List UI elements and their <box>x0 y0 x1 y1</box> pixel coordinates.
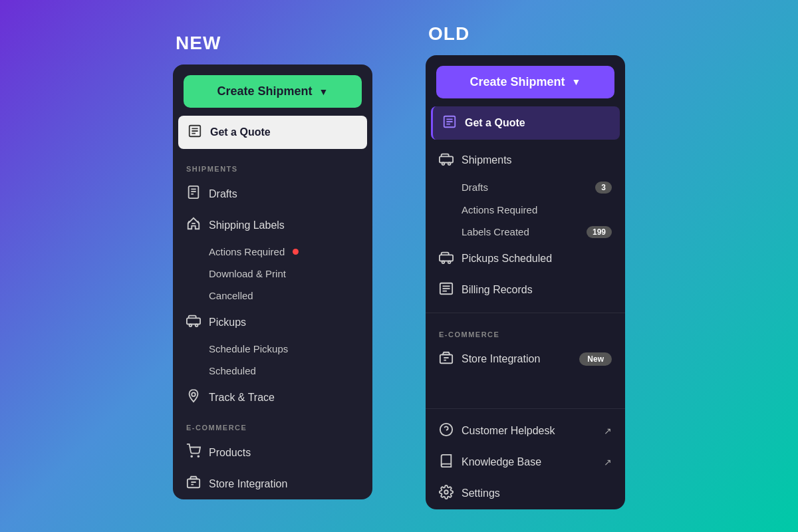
new-store-integration-item[interactable]: Store Integration <box>173 468 372 499</box>
old-settings-icon <box>439 485 454 503</box>
svg-rect-31 <box>440 354 452 363</box>
old-billing-icon <box>439 281 454 299</box>
old-create-shipment-button[interactable]: Create Shipment ▼ <box>436 66 614 98</box>
old-settings-item[interactable]: Settings <box>426 478 625 509</box>
new-drafts-label: Drafts <box>209 188 359 200</box>
new-products-item[interactable]: Products <box>173 437 372 468</box>
new-create-btn-label: Create Shipment <box>217 84 313 98</box>
track-trace-icon <box>186 388 201 406</box>
new-schedule-pickups-label: Schedule Pickups <box>209 343 288 354</box>
old-get-quote-label: Get a Quote <box>465 117 525 129</box>
store-integration-icon <box>186 475 201 493</box>
old-pickups-scheduled-label: Pickups Scheduled <box>462 253 612 265</box>
old-labels-created-item[interactable]: Labels Created 199 <box>426 221 625 243</box>
old-label: OLD <box>426 23 469 45</box>
red-dot-indicator <box>293 249 299 255</box>
new-label: NEW <box>173 33 221 54</box>
divider-1 <box>426 313 625 313</box>
new-pickups-item[interactable]: Pickups <box>173 307 372 338</box>
svg-point-10 <box>196 325 198 327</box>
old-labels-created-badge: 199 <box>587 226 612 238</box>
old-store-icon <box>439 350 454 368</box>
pickups-icon <box>186 313 201 331</box>
new-actions-required-item[interactable]: Actions Required <box>173 241 372 263</box>
old-billing-records-item[interactable]: Billing Records <box>426 275 625 306</box>
svg-rect-14 <box>188 479 200 487</box>
old-get-quote-item[interactable]: Get a Quote <box>431 106 620 140</box>
new-track-trace-item[interactable]: Track & Trace <box>173 382 372 413</box>
svg-point-25 <box>442 261 445 263</box>
new-products-label: Products <box>209 447 359 459</box>
old-helpdesk-label: Customer Helpdesk <box>462 425 555 437</box>
external-link-icon-kb: ↗ <box>604 457 612 467</box>
new-shipping-labels-label: Shipping Labels <box>209 219 359 231</box>
new-store-integration-label: Store Integration <box>209 478 359 490</box>
new-create-shipment-button[interactable]: Create Shipment ▼ <box>184 75 362 108</box>
new-schedule-pickups-item[interactable]: Schedule Pickups <box>173 338 372 360</box>
svg-point-9 <box>190 325 192 327</box>
new-download-print-item[interactable]: Download & Print <box>173 263 372 285</box>
external-link-icon-helpdesk: ↗ <box>604 426 612 436</box>
old-chevron-down-icon: ▼ <box>572 76 581 87</box>
old-ecommerce-header: E-commerce <box>426 320 625 344</box>
new-ecommerce-header: E-COMMERCE <box>173 413 372 437</box>
svg-rect-24 <box>440 255 453 261</box>
old-comparison-block: OLD Create Shipment ▼ Get a Quote <box>426 23 625 509</box>
quote-icon <box>188 124 202 141</box>
new-drafts-item[interactable]: Drafts <box>173 178 372 209</box>
old-drafts-item[interactable]: Drafts 3 <box>426 176 625 199</box>
old-create-btn-label: Create Shipment <box>470 75 565 89</box>
old-actions-required-item[interactable]: Actions Required <box>426 199 625 221</box>
old-drafts-label: Drafts <box>462 182 488 193</box>
old-knowledge-base-item[interactable]: Knowledge Base ↗ <box>426 447 625 478</box>
old-settings-label: Settings <box>462 487 612 499</box>
new-cancelled-item[interactable]: Cancelled <box>173 285 372 307</box>
new-scheduled-label: Scheduled <box>209 365 256 376</box>
new-cancelled-label: Cancelled <box>209 290 253 301</box>
old-sidebar: Create Shipment ▼ Get a Quote <box>426 55 625 509</box>
drafts-icon <box>186 185 201 203</box>
old-pickups-scheduled-item[interactable]: Pickups Scheduled <box>426 243 625 275</box>
svg-point-12 <box>191 456 192 457</box>
chevron-down-icon: ▼ <box>319 86 329 97</box>
divider-2 <box>426 408 625 409</box>
new-track-trace-label: Track & Trace <box>209 392 359 404</box>
old-actions-required-label: Actions Required <box>462 204 537 215</box>
old-new-badge: New <box>579 352 612 366</box>
new-get-quote-item[interactable]: Get a Quote <box>178 116 367 149</box>
old-helpdesk-icon <box>439 422 454 440</box>
old-quote-icon <box>442 114 457 132</box>
old-shipments-icon <box>439 152 454 170</box>
new-pickups-label: Pickups <box>209 317 359 329</box>
products-icon <box>186 444 201 462</box>
new-scheduled-item[interactable]: Scheduled <box>173 360 372 382</box>
old-customer-helpdesk-item[interactable]: Customer Helpdesk ↗ <box>426 416 625 447</box>
old-shipments-label: Shipments <box>462 154 612 166</box>
old-knowledge-base-label: Knowledge Base <box>462 456 541 468</box>
old-store-integration-item[interactable]: Store Integration New <box>426 344 625 375</box>
new-shipping-labels-item[interactable]: Shipping Labels <box>173 209 372 241</box>
svg-point-22 <box>442 162 445 165</box>
new-sidebar: Create Shipment ▼ Get a Quote SHIPMENTS <box>173 65 372 499</box>
old-pickups-icon <box>439 250 454 268</box>
svg-point-23 <box>448 162 451 165</box>
new-download-print-label: Download & Print <box>209 268 286 279</box>
old-shipments-item[interactable]: Shipments <box>426 145 625 176</box>
new-comparison-block: NEW Create Shipment ▼ Get a Quote SHIPME… <box>173 33 372 499</box>
new-actions-required-label: Actions Required <box>209 246 285 257</box>
old-billing-records-label: Billing Records <box>462 284 612 296</box>
svg-point-36 <box>444 490 448 494</box>
svg-rect-8 <box>187 318 200 324</box>
svg-point-11 <box>192 392 196 396</box>
old-store-integration-label: Store Integration <box>462 353 540 365</box>
shipping-labels-icon <box>186 216 201 234</box>
new-get-quote-label: Get a Quote <box>210 126 271 138</box>
old-knowledge-icon <box>439 454 454 471</box>
svg-point-13 <box>198 456 199 457</box>
old-drafts-badge: 3 <box>595 182 612 194</box>
new-shipments-header: SHIPMENTS <box>173 154 372 178</box>
old-labels-created-label: Labels Created <box>462 226 529 237</box>
svg-rect-21 <box>440 156 453 162</box>
svg-point-26 <box>448 261 451 263</box>
